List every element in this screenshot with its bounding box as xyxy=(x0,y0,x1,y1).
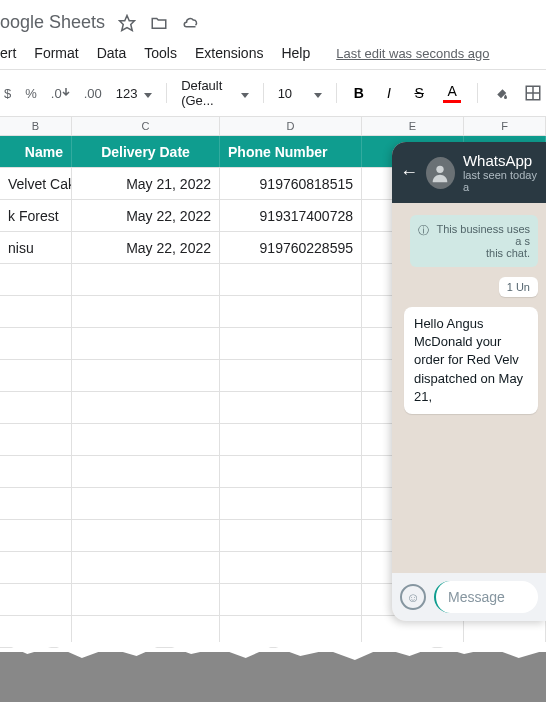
header-phone-cell[interactable]: Phone Number xyxy=(220,136,362,167)
fill-color-button[interactable] xyxy=(492,84,510,102)
text-color-button[interactable]: A xyxy=(441,83,463,103)
menu-bar: ert Format Data Tools Extensions Help La… xyxy=(0,41,546,70)
toolbar-separator xyxy=(336,83,337,103)
font-size-dropdown[interactable]: 10 xyxy=(278,86,322,101)
font-family-dropdown[interactable]: Default (Ge... xyxy=(181,78,249,108)
bold-button[interactable]: B xyxy=(351,85,367,101)
col-header-D[interactable]: D xyxy=(220,117,362,135)
cell-name[interactable]: Velvet Cake xyxy=(0,168,72,199)
toolbar-separator xyxy=(477,83,478,103)
whatsapp-business-notice: ⓘ This business uses a s this chat. xyxy=(410,215,538,267)
cell-name[interactable]: k Forest xyxy=(0,200,72,231)
whatsapp-chat-body: ⓘ This business uses a s this chat. 1 Un… xyxy=(392,203,546,573)
increase-decimal-button[interactable]: .00 xyxy=(84,86,102,101)
menu-help[interactable]: Help xyxy=(281,45,310,61)
svg-point-4 xyxy=(437,165,444,172)
emoji-icon[interactable]: ☺ xyxy=(400,584,426,610)
whatsapp-message-bubble: Hello Angus McDonald your order for Red … xyxy=(404,307,538,414)
move-folder-icon[interactable] xyxy=(149,13,169,33)
col-header-E[interactable]: E xyxy=(362,117,464,135)
toolbar: $ % .0 .00 123 Default (Ge... 10 B I S A xyxy=(0,70,546,117)
toolbar-separator xyxy=(166,83,167,103)
whatsapp-contact-name: WhatsApp xyxy=(463,152,538,169)
text-color-indicator xyxy=(443,100,461,103)
header-date-cell[interactable]: Delivery Date xyxy=(72,136,220,167)
col-header-C[interactable]: C xyxy=(72,117,220,135)
strikethrough-button[interactable]: S xyxy=(411,85,427,101)
borders-button[interactable] xyxy=(524,84,542,102)
whatsapp-input-bar: ☺ Message xyxy=(392,573,546,621)
whatsapp-message-input[interactable]: Message xyxy=(434,581,538,613)
decrease-decimal-button[interactable]: .0 xyxy=(51,86,70,101)
last-edit-link[interactable]: Last edit was seconds ago xyxy=(336,46,489,61)
star-icon[interactable] xyxy=(117,13,137,33)
cell-date[interactable]: May 22, 2022 xyxy=(72,232,220,263)
whatsapp-unread-badge: 1 Un xyxy=(499,277,538,297)
whatsapp-last-seen: last seen today a xyxy=(463,169,538,193)
avatar[interactable] xyxy=(426,157,455,189)
col-header-B[interactable]: B xyxy=(0,117,72,135)
svg-marker-0 xyxy=(120,15,135,30)
italic-button[interactable]: I xyxy=(381,85,397,101)
cell-name[interactable]: nisu xyxy=(0,232,72,263)
menu-insert[interactable]: ert xyxy=(0,45,16,61)
info-icon: ⓘ xyxy=(418,223,429,238)
whatsapp-header: ← WhatsApp last seen today a xyxy=(392,142,546,203)
cell-date[interactable]: May 21, 2022 xyxy=(72,168,220,199)
menu-tools[interactable]: Tools xyxy=(144,45,177,61)
cloud-status-icon[interactable] xyxy=(181,13,201,33)
whatsapp-preview: ← WhatsApp last seen today a ⓘ This busi… xyxy=(392,142,546,621)
percent-button[interactable]: % xyxy=(25,86,37,101)
toolbar-separator xyxy=(263,83,264,103)
number-format-dropdown[interactable]: 123 xyxy=(116,86,153,101)
column-headers: B C D E F xyxy=(0,117,546,136)
cell-phone[interactable]: 919317400728 xyxy=(220,200,362,231)
cell-phone[interactable]: 919760228595 xyxy=(220,232,362,263)
torn-edge-decoration xyxy=(0,652,546,702)
app-title: oogle Sheets xyxy=(0,12,105,33)
menu-format[interactable]: Format xyxy=(34,45,78,61)
menu-extensions[interactable]: Extensions xyxy=(195,45,263,61)
currency-button[interactable]: $ xyxy=(4,86,11,101)
title-bar: oogle Sheets xyxy=(0,0,546,41)
menu-data[interactable]: Data xyxy=(97,45,127,61)
back-arrow-icon[interactable]: ← xyxy=(400,162,418,183)
cell-phone[interactable]: 919760818515 xyxy=(220,168,362,199)
header-name-cell[interactable]: Name xyxy=(0,136,72,167)
cell-date[interactable]: May 22, 2022 xyxy=(72,200,220,231)
col-header-F[interactable]: F xyxy=(464,117,546,135)
